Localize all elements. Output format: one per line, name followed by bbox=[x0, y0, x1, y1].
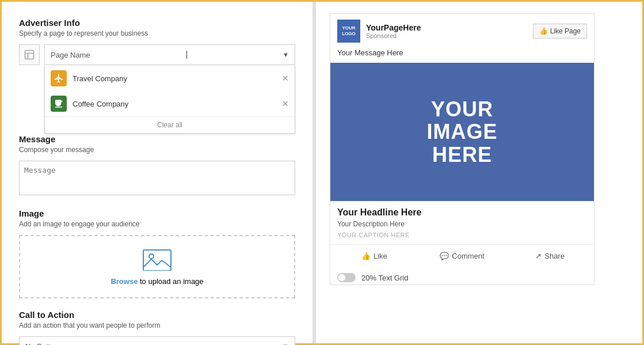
thumbs-up-icon: 👍 bbox=[539, 27, 548, 35]
ad-description: Your Description Here bbox=[337, 220, 587, 228]
ad-body: Your Headline Here Your Description Here… bbox=[330, 201, 594, 244]
comment-icon: 💬 bbox=[440, 252, 449, 260]
image-icon bbox=[32, 248, 283, 277]
cursor bbox=[186, 51, 187, 59]
like-action-icon: 👍 bbox=[361, 252, 371, 260]
upload-text: Browse to upload an image bbox=[32, 277, 283, 286]
coffee-icon bbox=[51, 96, 67, 112]
ad-preview: YOUR LOGO YourPageHere Sponsored 👍 Like … bbox=[330, 13, 595, 285]
cta-title: Call to Action bbox=[19, 310, 295, 320]
comment-action-btn[interactable]: 💬 Comment bbox=[418, 248, 506, 264]
travel-company-label: Travel Company bbox=[73, 74, 276, 83]
ad-page-info: YourPageHere Sponsored bbox=[366, 23, 421, 39]
travel-company-item[interactable]: Travel Company ✕ bbox=[45, 66, 295, 91]
text-grid-label: 20% Text Grid bbox=[361, 274, 408, 282]
image-text-line2: IMAGE bbox=[426, 120, 497, 143]
page-name-input[interactable]: Page Name ▼ bbox=[44, 44, 295, 65]
image-desc: Add an image to engage your audience bbox=[19, 220, 295, 228]
right-panel: YOUR LOGO YourPageHere Sponsored 👍 Like … bbox=[316, 2, 642, 343]
clear-all-btn[interactable]: Clear all bbox=[45, 116, 295, 133]
coffee-company-label: Coffee Company bbox=[73, 100, 276, 108]
logo-line1: YOUR bbox=[342, 25, 355, 31]
main-container: Advertiser Info Specify a page to repres… bbox=[0, 0, 644, 345]
share-icon: ↗ bbox=[535, 252, 542, 260]
image-upload-box[interactable]: Browse to upload an image bbox=[19, 235, 295, 298]
message-section: Message Compose your message bbox=[19, 134, 295, 197]
image-section: Image Add an image to engage your audien… bbox=[19, 208, 295, 298]
svg-rect-0 bbox=[25, 51, 34, 59]
page-icon-box bbox=[19, 44, 40, 65]
ad-actions: 👍 Like 💬 Comment ↗ Share bbox=[330, 244, 594, 267]
like-page-label: Like Page bbox=[550, 27, 581, 35]
like-action-btn[interactable]: 👍 Like bbox=[330, 248, 418, 264]
left-panel: Advertiser Info Specify a page to repres… bbox=[2, 2, 313, 343]
logo-line2: LOGO bbox=[342, 31, 356, 37]
share-label: Share bbox=[544, 252, 565, 260]
ad-page-name: YourPageHere bbox=[366, 23, 421, 32]
ad-image-placeholder: YOUR IMAGE HERE bbox=[330, 63, 594, 201]
image-text-line3: HERE bbox=[426, 143, 497, 166]
text-grid-row: 20% Text Grid bbox=[330, 267, 594, 285]
cta-desc: Add an action that you want people to pe… bbox=[19, 321, 295, 329]
svg-point-2 bbox=[149, 254, 154, 259]
ad-sponsored: Sponsored bbox=[366, 32, 421, 39]
share-action-btn[interactable]: ↗ Share bbox=[506, 248, 594, 264]
advertiser-desc: Specify a page to represent your busines… bbox=[19, 29, 295, 37]
message-title: Message bbox=[19, 134, 295, 144]
coffee-company-item[interactable]: Coffee Company ✕ bbox=[45, 91, 295, 116]
cta-value: No Button bbox=[25, 342, 59, 346]
cta-select[interactable]: No Button ▼ bbox=[19, 336, 295, 345]
svg-rect-1 bbox=[143, 250, 171, 271]
comment-label: Comment bbox=[452, 252, 484, 260]
like-page-button[interactable]: 👍 Like Page bbox=[533, 24, 587, 39]
text-grid-toggle[interactable] bbox=[337, 273, 356, 282]
dropdown-arrow-icon: ▼ bbox=[283, 51, 289, 58]
ad-image-text: YOUR IMAGE HERE bbox=[426, 98, 497, 166]
ad-logo: YOUR LOGO bbox=[337, 20, 360, 43]
image-title: Image bbox=[19, 208, 295, 218]
coffee-remove-btn[interactable]: ✕ bbox=[282, 100, 289, 108]
upload-suffix: to upload an image bbox=[138, 277, 203, 286]
message-desc: Compose your message bbox=[19, 146, 295, 154]
page-dropdown: Travel Company ✕ Coffee Company ✕ bbox=[44, 66, 295, 134]
cta-section: Call to Action Add an action that you wa… bbox=[19, 310, 295, 345]
browse-link[interactable]: Browse bbox=[110, 277, 138, 286]
page-select-wrapper: Page Name ▼ Travel Company ✕ bbox=[19, 44, 295, 65]
advertiser-section: Advertiser Info Specify a page to repres… bbox=[19, 18, 295, 65]
travel-remove-btn[interactable]: ✕ bbox=[282, 74, 289, 82]
image-text-line1: YOUR bbox=[426, 98, 497, 121]
message-textarea[interactable] bbox=[19, 161, 295, 195]
ad-message: Your Message Here bbox=[330, 48, 594, 63]
ad-headline: Your Headline Here bbox=[337, 207, 587, 218]
cta-arrow-icon: ▼ bbox=[281, 342, 289, 346]
like-action-label: Like bbox=[374, 252, 387, 260]
page-name-label: Page Name bbox=[51, 51, 90, 59]
ad-header: YOUR LOGO YourPageHere Sponsored 👍 Like … bbox=[330, 14, 594, 48]
advertiser-title: Advertiser Info bbox=[19, 18, 295, 28]
travel-icon bbox=[51, 70, 67, 86]
ad-caption: YOUR CAPTION HERE bbox=[337, 232, 587, 238]
